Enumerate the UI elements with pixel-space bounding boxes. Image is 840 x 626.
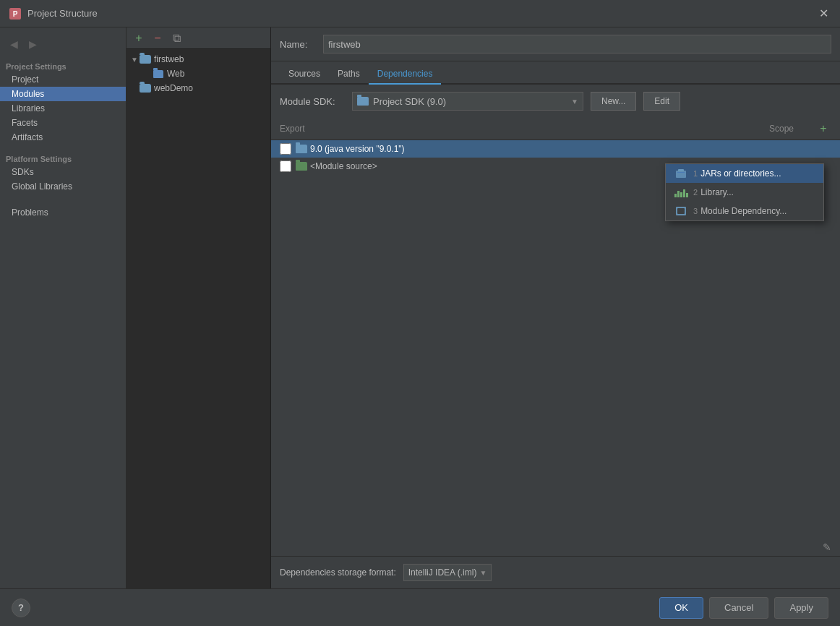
dep-icon-source xyxy=(296,160,307,172)
sdk-select[interactable]: Project SDK (9.0) ▼ xyxy=(352,92,583,111)
tabs-bar: Sources Paths Dependencies xyxy=(271,61,840,85)
storage-row: Dependencies storage format: IntelliJ ID… xyxy=(271,556,840,588)
name-input[interactable] xyxy=(323,35,831,53)
deps-header: Export Scope + xyxy=(271,118,840,140)
dropdown-item-library[interactable]: 2 Library... xyxy=(666,183,823,202)
sidebar-item-modules[interactable]: Modules xyxy=(0,87,126,101)
platform-settings-header: Platform Settings xyxy=(0,150,126,165)
dep-row-sdk[interactable]: 9.0 (java version "9.0.1") xyxy=(271,140,840,158)
sidebar-item-project[interactable]: Project xyxy=(0,72,126,87)
app-icon: P xyxy=(9,7,22,20)
storage-select-text: IntelliJ IDEA (.iml) xyxy=(408,567,477,578)
project-settings-header: Project Settings xyxy=(0,58,126,72)
deps-table: 9.0 (java version "9.0.1") <Module sourc… xyxy=(271,140,840,556)
main-layout: ◀ ▶ Project Settings Project Modules Lib… xyxy=(0,27,840,588)
cancel-button[interactable]: Cancel xyxy=(709,597,768,619)
tree-content: ▼ firstweb Web webDemo xyxy=(127,49,270,588)
sdk-label: Module SDK: xyxy=(280,96,345,107)
sidebar-item-facets[interactable]: Facets xyxy=(0,116,126,130)
title-bar: P Project Structure ✕ xyxy=(0,0,840,27)
svg-rect-4 xyxy=(677,172,685,173)
sidebar: ◀ ▶ Project Settings Project Modules Lib… xyxy=(0,27,127,588)
apply-button[interactable]: Apply xyxy=(774,597,828,619)
sdk-select-text: Project SDK (9.0) xyxy=(373,96,571,107)
sdk-dropdown-arrow: ▼ xyxy=(571,98,578,106)
dropdown-item-label-library: Library... xyxy=(700,187,734,197)
module-icon-webdemo xyxy=(140,82,151,94)
content-area: Name: Sources Paths Dependencies Module … xyxy=(271,27,840,588)
module-icon-web xyxy=(153,68,164,80)
close-button[interactable]: ✕ xyxy=(815,6,831,22)
tree-arrow-webdemo xyxy=(131,85,140,93)
name-label: Name: xyxy=(280,39,316,50)
dep-label-sdk: 9.0 (java version "9.0.1") xyxy=(310,144,831,154)
dep-checkbox-source[interactable] xyxy=(280,160,291,172)
back-button[interactable]: ◀ xyxy=(6,36,22,52)
deps-export-label: Export xyxy=(280,124,769,134)
storage-dropdown-arrow: ▼ xyxy=(479,569,487,577)
tree-arrow-web xyxy=(144,70,153,78)
tree-label-webdemo: webDemo xyxy=(154,83,193,93)
sdk-new-button[interactable]: New... xyxy=(591,92,636,111)
add-module-button[interactable]: + xyxy=(131,30,147,46)
svg-rect-2 xyxy=(676,171,686,178)
tree-arrow-firstweb: ▼ xyxy=(131,56,140,64)
svg-text:P: P xyxy=(13,10,18,18)
tree-node-firstweb[interactable]: ▼ firstweb xyxy=(127,52,270,67)
dropdown-item-label-jars: JARs or directories... xyxy=(700,168,781,179)
tree-label-firstweb: firstweb xyxy=(154,54,184,64)
window-title: Project Structure xyxy=(27,8,815,19)
remove-module-button[interactable]: − xyxy=(150,30,166,46)
copy-module-button[interactable]: ⧉ xyxy=(168,30,184,46)
nav-buttons: ◀ ▶ xyxy=(0,33,126,58)
module-dep-icon xyxy=(673,205,689,217)
sdk-folder-icon xyxy=(357,97,369,106)
tab-dependencies[interactable]: Dependencies xyxy=(369,64,442,85)
dep-icon-sdk xyxy=(296,143,307,155)
library-icon xyxy=(673,186,689,198)
svg-rect-3 xyxy=(678,169,684,171)
forward-button[interactable]: ▶ xyxy=(25,36,40,52)
tree-toolbar: + − ⧉ xyxy=(127,27,270,49)
sidebar-item-global-libraries[interactable]: Global Libraries xyxy=(0,179,126,194)
sdk-edit-button[interactable]: Edit xyxy=(643,92,680,111)
module-icon-firstweb xyxy=(140,53,151,65)
sidebar-item-sdks[interactable]: SDKs xyxy=(0,165,126,179)
sidebar-item-problems[interactable]: Problems xyxy=(6,205,126,220)
jar-icon xyxy=(673,168,689,179)
storage-select[interactable]: IntelliJ IDEA (.iml) ▼ xyxy=(403,564,492,581)
tree-node-webdemo[interactable]: webDemo xyxy=(127,81,270,95)
help-button[interactable]: ? xyxy=(12,599,30,617)
add-dependency-button[interactable]: + xyxy=(815,121,831,137)
sidebar-item-artifacts[interactable]: Artifacts xyxy=(0,130,126,145)
sdk-row: Module SDK: Project SDK (9.0) ▼ New... E… xyxy=(271,85,840,118)
dep-checkbox-sdk[interactable] xyxy=(280,143,291,155)
deps-scope-label: Scope xyxy=(769,124,794,134)
action-buttons: OK Cancel Apply xyxy=(659,597,828,619)
sidebar-item-libraries[interactable]: Libraries xyxy=(0,101,126,116)
dropdown-item-module-dep[interactable]: 3 Module Dependency... xyxy=(666,202,823,220)
tree-label-web: Web xyxy=(167,69,184,79)
dropdown-item-num-2: 2 xyxy=(693,188,698,197)
name-row: Name: xyxy=(271,27,840,61)
project-tree: + − ⧉ ▼ firstweb Web xyxy=(127,27,271,588)
dropdown-item-num-3: 3 xyxy=(693,207,698,215)
dropdown-item-label-module-dep: Module Dependency... xyxy=(700,206,787,216)
edit-pencil-icon[interactable]: ✎ xyxy=(823,541,831,553)
edit-icon-area: ✎ xyxy=(814,539,840,556)
dropdown-item-jars[interactable]: 1 JARs or directories... xyxy=(666,164,823,183)
storage-label: Dependencies storage format: xyxy=(280,567,396,578)
dropdown-item-num-1: 1 xyxy=(693,169,698,178)
tree-node-web[interactable]: Web xyxy=(127,67,270,81)
tab-sources[interactable]: Sources xyxy=(280,64,329,85)
bottom-bar: ? OK Cancel Apply xyxy=(0,588,840,626)
ok-button[interactable]: OK xyxy=(659,597,703,619)
tab-paths[interactable]: Paths xyxy=(329,64,369,85)
add-dependency-dropdown: 1 JARs or directories... 2 Li xyxy=(665,163,824,221)
